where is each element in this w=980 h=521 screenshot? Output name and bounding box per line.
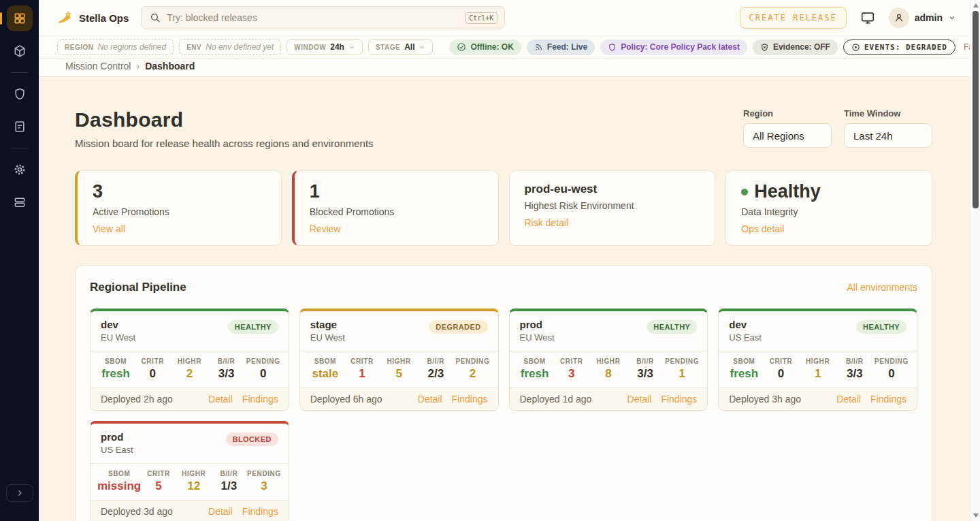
data-integrity-label: Data Integrity (741, 206, 917, 217)
sbom-label: SBOM (517, 358, 553, 365)
blocked-promotions-card: 1 Blocked Promotions Review (292, 170, 499, 246)
highr-label: HIGHR (171, 358, 208, 365)
view-all-link[interactable]: View all (93, 223, 125, 234)
findings-link[interactable]: Findings (870, 394, 906, 405)
page-scrollbar[interactable] (970, 0, 980, 521)
bir-label: B/I/R (836, 358, 873, 365)
env-name: prod (520, 319, 555, 330)
active-promotions-value: 3 (93, 182, 266, 202)
avatar (889, 7, 909, 28)
sidebar-item-releases[interactable] (7, 38, 33, 64)
status-badge: HEALTHY (647, 320, 697, 334)
pending-label: PENDING (245, 358, 282, 365)
policy-status-label: Policy: Core Policy Pack latest (621, 42, 740, 52)
evidence-status-label: Evidence: OFF (773, 42, 830, 52)
ops-detail-link[interactable]: Ops detail (741, 223, 784, 234)
triangle-up-icon (973, 3, 979, 7)
sidebar-expand-button[interactable] (6, 484, 33, 502)
bir-label: B/I/R (417, 358, 454, 365)
region-select[interactable]: All Regions (743, 123, 832, 148)
pending-label: PENDING (454, 358, 491, 365)
display-monitor-button[interactable] (860, 10, 875, 25)
sidebar-item-documents[interactable] (7, 114, 33, 140)
risk-detail-link[interactable]: Risk detail (525, 217, 569, 228)
region-select-label: Region (743, 108, 832, 119)
highr-label: HIGHR (176, 470, 212, 477)
critr-label: CRITR (134, 358, 171, 365)
detail-link[interactable]: Detail (836, 394, 861, 405)
offline-status-chip: Offline: OK (449, 40, 521, 55)
user-menu[interactable]: admin (889, 7, 956, 28)
sidebar-item-dashboard[interactable] (7, 5, 33, 31)
sbom-value: fresh (97, 367, 134, 381)
events-status-chip[interactable]: EVENTS: DEGRADED (843, 40, 956, 55)
critr-label: CRITR (141, 470, 176, 477)
sbom-label: SBOM (307, 358, 344, 365)
sidebar-item-infrastructure[interactable] (7, 189, 33, 215)
bir-value: 3/3 (836, 367, 873, 381)
status-badge: HEALTHY (856, 320, 906, 334)
sidebar-item-settings[interactable] (7, 157, 33, 183)
status-badge: DEGRADED (429, 320, 487, 334)
shield-icon (13, 87, 27, 101)
findings-link[interactable]: Findings (452, 394, 488, 405)
detail-link[interactable]: Detail (208, 394, 233, 405)
highr-value: 1 (800, 367, 836, 381)
check-circle-icon (457, 42, 466, 52)
sbom-label: SBOM (97, 470, 141, 477)
all-environments-link[interactable]: All environments (847, 282, 918, 293)
highr-label: HIGHR (590, 358, 627, 365)
region-filter-chip[interactable]: REGION No regions defined (57, 39, 174, 55)
findings-link[interactable]: Findings (242, 506, 278, 517)
deployed-ago: Deployed 3d ago (101, 506, 173, 517)
username-label: admin (915, 12, 943, 23)
highr-label: HIGHR (800, 358, 836, 365)
env-filter-chip[interactable]: ENV No env defined yet (179, 39, 281, 55)
data-integrity-card: Healthy Data Integrity Ops detail (725, 170, 932, 246)
create-release-button[interactable]: CREATE RELEASE (740, 7, 847, 29)
feed-status-label: Feed: Live (547, 42, 587, 52)
detail-link[interactable]: Detail (208, 506, 233, 517)
scrollbar-down-arrow[interactable] (970, 510, 980, 521)
env-name: stage (310, 319, 345, 330)
highr-label: HIGHR (380, 358, 417, 365)
pending-label: PENDING (873, 358, 910, 365)
gear-icon (13, 163, 27, 176)
window-filter-label: WINDOW (294, 44, 326, 51)
findings-link[interactable]: Findings (242, 394, 278, 405)
page-subtitle: Mission board for release health across … (75, 138, 374, 149)
detail-link[interactable]: Detail (418, 394, 442, 405)
triangle-down-icon (973, 514, 979, 518)
region-filter-label: REGION (65, 44, 93, 51)
search-input[interactable] (167, 12, 459, 23)
scrollbar-thumb[interactable] (973, 11, 979, 208)
breadcrumb-parent-link[interactable]: Mission Control (65, 61, 131, 72)
dashboard-grid-icon (13, 12, 27, 25)
bir-value: 1/3 (212, 479, 247, 493)
stage-filter-value: All (404, 42, 414, 52)
regional-pipeline-panel: Regional Pipeline All environments dev E… (75, 265, 932, 521)
highest-risk-card: prod-eu-west Highest Risk Environment Ri… (509, 170, 716, 246)
window-filter-chip[interactable]: WINDOW 24h (287, 39, 363, 55)
record-dot-icon (851, 43, 860, 52)
scrollbar-up-arrow[interactable] (970, 0, 980, 11)
stage-filter-chip[interactable]: STAGE All (368, 39, 434, 55)
sidebar-item-policies[interactable] (7, 81, 33, 107)
region-filter-value: No regions defined (97, 42, 166, 52)
comet-logo-icon (57, 10, 74, 25)
time-window-select[interactable]: Last 24h (844, 123, 932, 148)
findings-link[interactable]: Findings (661, 394, 697, 405)
brand-name: Stella Ops (79, 12, 129, 24)
review-link[interactable]: Review (310, 223, 341, 234)
data-integrity-value: Healthy (754, 182, 821, 202)
env-name: prod (101, 431, 133, 443)
pending-value: 0 (245, 367, 282, 381)
bir-label: B/I/R (627, 358, 664, 365)
highr-value: 5 (380, 367, 417, 381)
region-name: EU West (310, 332, 345, 343)
chevron-down-icon (948, 14, 956, 22)
detail-link[interactable]: Detail (627, 394, 652, 405)
brand[interactable]: Stella Ops (57, 10, 129, 25)
events-status-label: EVENTS: DEGRADED (864, 43, 947, 52)
blocked-promotions-label: Blocked Promotions (310, 206, 483, 217)
